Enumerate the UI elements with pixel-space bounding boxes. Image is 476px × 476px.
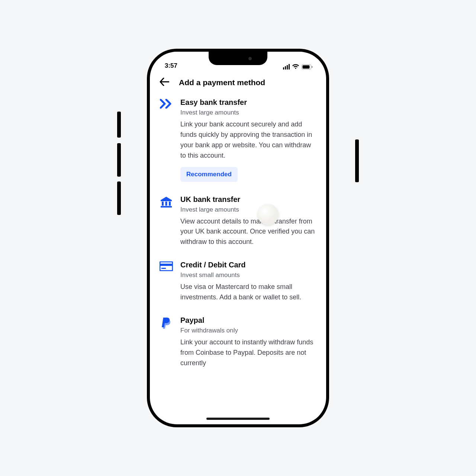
method-description: Use visa or Mastercard to make small inv… xyxy=(180,282,317,303)
home-indicator xyxy=(206,418,270,420)
payment-method-list: Easy bank transfer Invest large amounts … xyxy=(150,92,326,424)
method-subtitle: For withdrawals only xyxy=(180,327,317,334)
method-easy-bank[interactable]: Easy bank transfer Invest large amounts … xyxy=(150,98,326,195)
svg-rect-2 xyxy=(312,66,312,68)
svg-rect-3 xyxy=(162,202,164,206)
method-subtitle: Invest large amounts xyxy=(180,109,317,116)
touch-indicator xyxy=(258,204,279,225)
method-description: Link your bank account securely and add … xyxy=(180,119,317,161)
arrow-left-icon xyxy=(160,81,169,87)
paypal-icon xyxy=(159,316,174,369)
card-icon xyxy=(159,261,174,303)
method-uk-bank[interactable]: UK bank transfer Invest large amounts Vi… xyxy=(150,195,326,261)
wifi-icon xyxy=(292,64,299,70)
recommended-badge: Recommended xyxy=(180,167,238,182)
svg-rect-6 xyxy=(161,206,172,208)
method-subtitle: Invest large amounts xyxy=(180,206,317,213)
page-title: Add a payment method xyxy=(179,78,265,87)
method-title: Credit / Debit Card xyxy=(180,261,317,269)
battery-icon xyxy=(302,64,313,70)
method-title: UK bank transfer xyxy=(180,195,317,204)
double-chevron-icon xyxy=(159,98,174,182)
bank-icon xyxy=(159,195,174,248)
svg-rect-7 xyxy=(160,262,173,271)
method-description: View account details to make a transfer … xyxy=(180,216,317,248)
cellular-signal-icon xyxy=(283,64,290,70)
method-subtitle: Invest small amounts xyxy=(180,271,317,279)
svg-rect-9 xyxy=(161,268,166,269)
phone-frame: 3:57 Add a payment xyxy=(147,49,329,427)
svg-rect-4 xyxy=(165,202,167,206)
method-card[interactable]: Credit / Debit Card Invest small amounts… xyxy=(150,261,326,316)
back-button[interactable] xyxy=(158,76,171,89)
device-notch xyxy=(209,52,267,65)
svg-rect-8 xyxy=(160,264,173,266)
svg-rect-1 xyxy=(303,65,310,69)
method-description: Link your account to instantly withdraw … xyxy=(180,337,317,369)
method-title: Paypal xyxy=(180,316,317,325)
status-time: 3:57 xyxy=(165,62,177,70)
svg-rect-5 xyxy=(169,202,171,206)
method-paypal[interactable]: Paypal For withdrawals only Link your ac… xyxy=(150,316,326,369)
method-title: Easy bank transfer xyxy=(180,98,317,107)
